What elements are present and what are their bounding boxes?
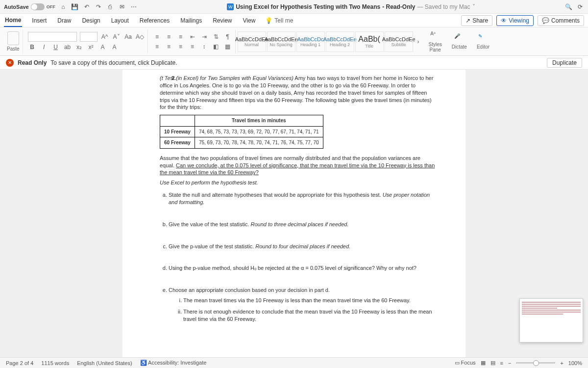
style-nospacing[interactable]: AaBbCcDdEeNo Spacing [267, 31, 295, 52]
sort-icon[interactable]: ⇅ [212, 32, 220, 41]
dictate-label: Dictate [452, 44, 467, 50]
multilevel-icon[interactable]: ≡ [176, 32, 185, 41]
close-banner-icon[interactable]: ✕ [6, 59, 14, 67]
clear-format-icon[interactable]: A◇ [136, 32, 145, 41]
tab-references[interactable]: References [139, 14, 171, 27]
bold-button[interactable]: B [28, 43, 37, 52]
part-c: Give the p-value of the test statistic. … [169, 243, 436, 250]
autosave-state: OFF [47, 4, 55, 9]
font-color-button[interactable]: A [110, 43, 119, 52]
readonly-banner: ✕ Read Only To save a copy of this docum… [0, 56, 588, 70]
zoom-level[interactable]: 100% [568, 360, 582, 366]
focus-mode-button[interactable]: ▭ Focus [455, 360, 476, 366]
chevron-down-icon[interactable]: ˅ [472, 3, 475, 10]
styles-pane-icon: Aᵃ [430, 31, 440, 41]
sub-questions: State the null and alternate hypotheses … [169, 191, 436, 323]
save-icon[interactable]: 💾 [71, 3, 79, 11]
font-family-dropdown[interactable] [28, 32, 77, 42]
zoom-in-button[interactable]: + [560, 360, 563, 366]
paste-button[interactable]: Paste [7, 31, 20, 52]
underline-button[interactable]: U [51, 43, 60, 52]
change-case-icon[interactable]: Aa [124, 32, 133, 41]
data-table: Travel times in minutes 10 Freeway74, 68… [160, 115, 323, 149]
ribbon-tabs: Home Insert Draw Design Layout Reference… [0, 14, 588, 27]
toggle-switch[interactable] [31, 3, 45, 10]
part-e-ii: There is not enough evidence to conclude… [183, 308, 436, 323]
document-area[interactable]: 2. (t Test (in Excel) for Two Samples wi… [0, 70, 588, 357]
decrease-font-icon[interactable]: A˅ [112, 32, 121, 41]
pilcrow-icon[interactable]: ¶ [223, 32, 232, 41]
question-underlined: Can we conclude, at the 0.075 level of s… [160, 162, 435, 176]
align-left-icon[interactable]: ≡ [153, 42, 162, 51]
tab-insert[interactable]: Insert [31, 14, 48, 27]
bullets-icon[interactable]: ≡ [153, 32, 162, 41]
borders-icon[interactable]: ▦ [223, 42, 232, 51]
font-size-dropdown[interactable] [80, 32, 98, 42]
focus-icon: ▭ [455, 360, 460, 366]
editor-icon: ✎ [478, 33, 488, 43]
undo-icon[interactable]: ↶ [83, 3, 91, 11]
print-icon[interactable]: ⎙ [106, 3, 114, 11]
style-subtitle[interactable]: AaBbCcDdEeSubtitle [385, 31, 413, 52]
editor-button[interactable]: ✎ Editor [473, 33, 493, 50]
view-print-icon[interactable]: ▦ [481, 360, 486, 366]
strike-button[interactable]: ab [63, 43, 72, 52]
highlight-button[interactable]: A [98, 43, 107, 52]
viewing-mode-button[interactable]: 👁 Viewing [496, 15, 534, 26]
duplicate-button[interactable]: Duplicate [547, 58, 582, 68]
tab-view[interactable]: View [242, 14, 257, 27]
tab-design[interactable]: Design [81, 14, 101, 27]
style-heading2[interactable]: AaBbCcDdEeHeading 2 [326, 31, 354, 52]
home-icon[interactable]: ⌂ [59, 3, 67, 11]
align-center-icon[interactable]: ≡ [165, 42, 173, 51]
tab-review[interactable]: Review [212, 14, 233, 27]
search-icon[interactable]: 🔍 [564, 3, 572, 11]
tab-draw[interactable]: Draw [56, 14, 72, 27]
mail-icon[interactable]: ✉ [118, 3, 126, 11]
tab-mailings[interactable]: Mailings [179, 14, 203, 27]
row1-data: 74, 68, 75, 73, 73, 73, 69, 72, 70, 77, … [195, 126, 323, 137]
tell-me-search[interactable]: 💡 Tell me [265, 17, 293, 24]
decrease-indent-icon[interactable]: ⇤ [188, 32, 197, 41]
superscript-button[interactable]: x² [87, 43, 96, 52]
comments-button[interactable]: 💬 Comments [538, 15, 584, 26]
redo-icon[interactable]: ↷ [95, 3, 102, 11]
comments-label: Comments [551, 17, 580, 24]
autosave-label: AutoSave [4, 4, 29, 10]
page-indicator[interactable]: Page 2 of 4 [6, 360, 33, 366]
styles-more-icon[interactable]: › [414, 37, 423, 46]
style-heading1[interactable]: AaBbCcDcHeading 1 [296, 31, 325, 52]
dictate-button[interactable]: 🎤 Dictate [448, 33, 471, 50]
tab-layout[interactable]: Layout [110, 14, 130, 27]
share-button[interactable]: ↗ Share [461, 15, 492, 26]
history-icon[interactable]: ⟳ [576, 3, 584, 11]
subscript-button[interactable]: x₂ [75, 43, 84, 52]
increase-indent-icon[interactable]: ⇥ [200, 32, 209, 41]
style-normal[interactable]: AaBbCcDdEeNormal [238, 31, 266, 52]
zoom-out-button[interactable]: − [508, 360, 511, 366]
accessibility-indicator[interactable]: ♿ Accessibility: Investigate [140, 360, 207, 366]
italic-button[interactable]: I [40, 43, 49, 52]
zoom-slider[interactable] [516, 362, 555, 364]
tab-home[interactable]: Home [4, 14, 22, 27]
align-right-icon[interactable]: ≡ [176, 42, 185, 51]
numbering-icon[interactable]: ≡ [165, 32, 173, 41]
style-title[interactable]: AaBb(Title [355, 31, 384, 52]
language-indicator[interactable]: English (United States) [77, 360, 132, 366]
page-thumbnail[interactable] [519, 298, 583, 342]
autosave-toggle[interactable]: AutoSave OFF [4, 3, 55, 10]
statusbar: Page 2 of 4 1115 words English (United S… [0, 357, 588, 368]
increase-font-icon[interactable]: A^ [100, 32, 109, 41]
part-e-i: The mean travel times via the 10 Freeway… [183, 297, 436, 304]
word-count[interactable]: 1115 words [41, 360, 69, 366]
ribbon: Paste A^ A˅ Aa A◇ B I U ab x₂ x² A A ≡ ≡… [0, 27, 588, 56]
view-web-icon[interactable]: ▤ [490, 360, 495, 366]
line-spacing-icon[interactable]: ↕ [200, 42, 209, 51]
clipboard-icon [7, 31, 19, 45]
paragraph-group: ≡ ≡ ≡ ⇤ ⇥ ⇅ ¶ ≡ ≡ ≡ ≡ ↕ ◧ ▦ [150, 30, 236, 53]
shading-icon[interactable]: ◧ [212, 42, 220, 51]
more-icon[interactable]: ⋯ [130, 3, 138, 11]
justify-icon[interactable]: ≡ [188, 42, 197, 51]
styles-pane-button[interactable]: Aᵃ Styles Pane [425, 31, 446, 53]
view-outline-icon[interactable]: ≡ [500, 360, 503, 366]
